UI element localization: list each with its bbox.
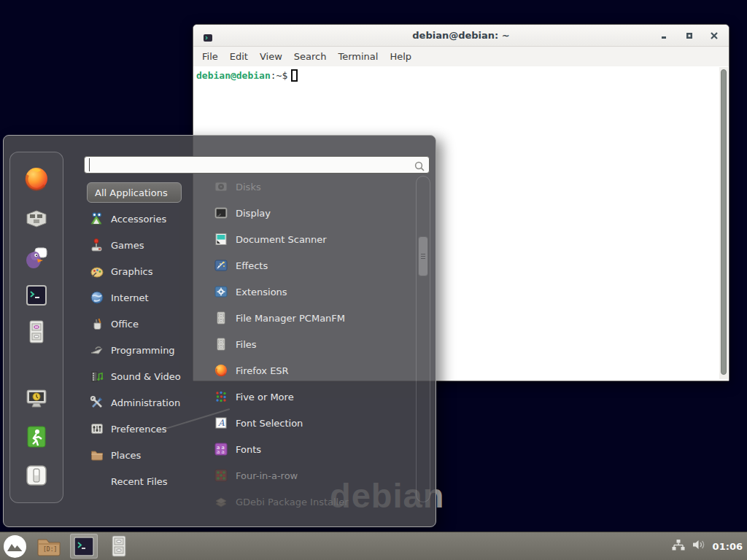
terminal-task-button[interactable] [70,534,98,559]
app-files[interactable]: Files [194,331,413,357]
taskbar: [D:] 01:06 [0,532,747,560]
app-disks[interactable]: Disks [194,174,413,200]
category-programming[interactable]: Programming [82,337,196,363]
files-task-button[interactable] [109,534,129,559]
font-selection-icon: A [214,416,228,429]
menu-search-box [84,156,430,174]
menu-scrollbar[interactable] [416,176,430,502]
menu-button[interactable] [2,534,28,559]
favorite-software[interactable] [23,205,50,231]
folder-icon: [D:] [36,536,62,556]
app-document-scanner[interactable]: Document Scanner [194,226,413,252]
favorite-shutdown[interactable] [23,462,50,489]
menu-file[interactable]: File [196,51,224,62]
terminal-window-icon [204,31,212,40]
menu-logo-icon [4,535,26,558]
menu-help[interactable]: Help [384,51,417,62]
network-icon[interactable] [672,539,685,554]
favorite-firefox[interactable] [23,166,50,192]
terminal-icon [24,283,49,308]
terminal-cursor [291,69,298,82]
app-effects[interactable]: Effects [194,252,413,279]
app-fonts[interactable]: a aa a Fonts [194,436,413,462]
close-button[interactable] [710,31,719,40]
search-icon [414,160,425,174]
menu-edit[interactable]: Edit [224,51,254,62]
window-title: debian@debian: ~ [412,30,509,41]
terminal-scrollbar[interactable] [719,67,728,379]
favorites-panel [9,152,63,503]
favorite-terminal[interactable] [23,282,50,308]
search-input[interactable] [89,158,410,171]
menu-terminal[interactable]: Terminal [332,51,384,62]
category-office[interactable]: Office [82,311,196,337]
prompt-user-host: debian@debian [196,70,271,81]
menu-scrollbar-thumb[interactable] [418,236,428,276]
application-list: Disks Display Document Scanner Effects E… [194,174,413,515]
sound-video-icon [90,369,104,384]
clock[interactable]: 01:06 [713,541,743,552]
app-display[interactable]: Display [194,200,413,226]
category-preferences[interactable]: Preferences [82,416,196,442]
menu-view[interactable]: View [254,51,288,62]
app-font-selection[interactable]: A Font Selection [194,410,413,436]
file-cabinet-icon [214,338,228,351]
volume-icon[interactable] [692,539,705,553]
disks-icon [214,180,228,193]
games-icon [90,238,104,252]
firefox-icon [24,166,49,191]
category-list: All Applications Accessories Games Graph… [82,179,196,494]
app-gdebi-package-installer[interactable]: GDebi Package Installer [194,489,413,515]
favorite-logout[interactable] [23,424,50,450]
favorite-screensaver[interactable] [23,386,50,412]
category-all-applications[interactable]: All Applications [82,179,196,206]
terminal-titlebar[interactable]: debian@debian: ~ [193,25,729,47]
category-places[interactable]: Places [82,442,196,468]
logout-icon [24,424,49,449]
menu-search[interactable]: Search [288,51,333,62]
file-manager-button[interactable]: [D:] [34,534,63,559]
extensions-icon [214,285,228,298]
firefox-icon [214,364,228,377]
minimize-button[interactable] [660,31,669,40]
svg-text:[D:]: [D:] [43,546,57,553]
window-controls [660,25,719,46]
preferences-icon [90,421,104,436]
app-firefox-esr[interactable]: Firefox ESR [194,357,413,384]
terminal-menubar: File Edit View Search Terminal Help [193,47,729,66]
file-cabinet-icon [24,319,49,344]
svg-text:A: A [217,418,225,428]
category-sound-video[interactable]: Sound & Video [82,363,196,389]
category-internet[interactable]: Internet [82,284,196,311]
app-extensions[interactable]: Extensions [194,279,413,305]
svg-text:a a: a a [217,449,225,455]
maximize-button[interactable] [685,31,694,40]
display-icon [214,206,228,219]
effects-icon [214,259,228,272]
gdebi-icon [214,495,228,508]
app-file-manager-pcmanfm[interactable]: File Manager PCManFM [194,305,413,331]
category-administration[interactable]: Administration [82,389,196,416]
terminal-scrollbar-thumb[interactable] [721,69,727,375]
administration-icon [90,395,104,410]
favorite-pidgin[interactable] [23,244,50,271]
four-in-a-row-icon [214,469,228,482]
pidgin-icon [24,245,49,270]
file-cabinet-icon [214,311,228,324]
fonts-icon: a aa a [214,443,228,456]
five-or-more-icon [214,390,228,403]
category-accessories[interactable]: Accessories [82,206,196,232]
app-four-in-a-row[interactable]: Four-in-a-row [194,462,413,489]
file-cabinet-icon [110,535,128,557]
software-icon [24,206,49,230]
category-games[interactable]: Games [82,232,196,258]
accessories-icon [90,211,104,226]
shutdown-icon [24,463,49,488]
application-menu: All Applications Accessories Games Graph… [3,135,436,527]
internet-icon [90,290,104,305]
programming-icon [90,343,104,357]
favorite-files[interactable] [23,319,50,345]
category-graphics[interactable]: Graphics [82,258,196,284]
category-recent-files[interactable]: Recent Files [82,468,196,494]
app-five-or-more[interactable]: Five or More [194,384,413,410]
